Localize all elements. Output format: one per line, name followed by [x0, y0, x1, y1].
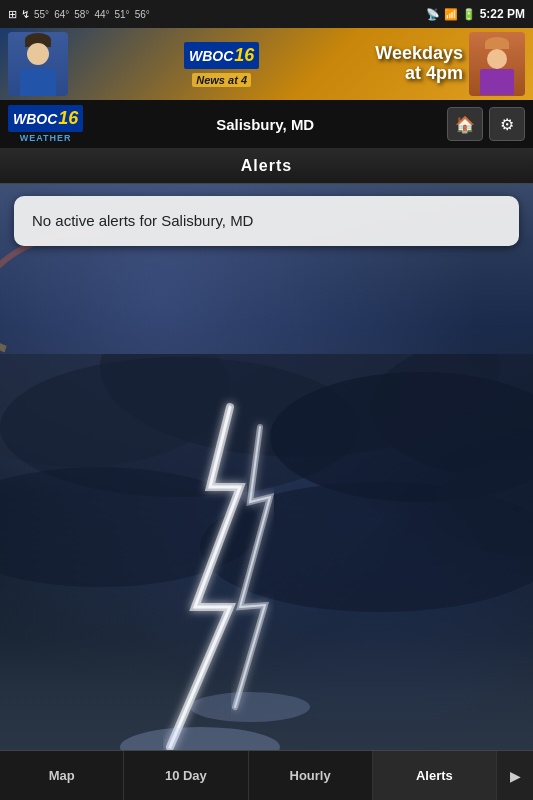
nav-label-10day: 10 Day — [165, 768, 207, 783]
status-bar: ⊞ ↯ 55° 64° 58° 44° 51° 56° 📡 📶 🔋 5:22 P… — [0, 0, 533, 28]
wboc-box-main: WBOC 16 — [8, 105, 83, 132]
wboc-box-ad: WBOC 16 — [184, 42, 259, 69]
bottom-nav: Map 10 Day Hourly Alerts ▶ — [0, 750, 533, 800]
status-right: 📡 📶 🔋 5:22 PM — [426, 7, 525, 21]
charge-icon: ↯ — [21, 8, 30, 21]
app-header: WBOC 16 WEATHER Salisbury, MD 🏠 ⚙ — [0, 100, 533, 148]
person-body-right — [480, 69, 514, 95]
svg-point-8 — [120, 727, 280, 750]
wboc-text-ad: WBOC — [189, 48, 233, 64]
ad-center: WBOC 16 News at 4 — [68, 42, 375, 87]
nav-label-alerts: Alerts — [416, 768, 453, 783]
wboc-logo-main: WBOC 16 WEATHER — [8, 105, 83, 143]
signal-bars-icon: 📶 — [444, 8, 458, 21]
alerts-title-bar: Alerts — [0, 148, 533, 184]
alerts-title: Alerts — [241, 157, 292, 175]
alert-box: No active alerts for Salisbury, MD — [14, 196, 519, 246]
header-location: Salisbury, MD — [91, 116, 439, 133]
nav-item-hourly[interactable]: Hourly — [249, 751, 373, 800]
nav-item-map[interactable]: Map — [0, 751, 124, 800]
lightning-svg — [0, 354, 533, 750]
ad-person-left — [8, 32, 68, 96]
temp-1: 55° — [34, 9, 49, 20]
status-left: ⊞ ↯ 55° 64° 58° 44° 51° 56° — [8, 8, 150, 21]
ad-person-right — [469, 32, 525, 96]
person-head-right — [487, 49, 507, 69]
status-temps: 55° 64° 58° 44° 51° 56° — [34, 9, 150, 20]
status-time: 5:22 PM — [480, 7, 525, 21]
nav-arrow-icon: ▶ — [510, 768, 521, 784]
ad-headline-text: Weekdaysat 4pm — [375, 44, 463, 84]
temp-2: 64° — [54, 9, 69, 20]
broadcast-icon: 📡 — [426, 8, 440, 21]
usb-icon: ⊞ — [8, 8, 17, 21]
header-buttons: 🏠 ⚙ — [447, 107, 525, 141]
wboc-num-ad: 16 — [234, 45, 254, 66]
nav-label-map: Map — [49, 768, 75, 783]
weather-label: WEATHER — [20, 133, 72, 143]
person-hair-right — [485, 37, 509, 49]
nav-item-10day[interactable]: 10 Day — [124, 751, 248, 800]
settings-button[interactable]: ⚙ — [489, 107, 525, 141]
temp-6: 56° — [135, 9, 150, 20]
svg-point-9 — [190, 692, 310, 722]
temp-4: 44° — [94, 9, 109, 20]
wboc-text-main: WBOC — [13, 111, 57, 127]
alert-text: No active alerts for Salisbury, MD — [32, 212, 253, 229]
ad-banner[interactable]: WBOC 16 News at 4 Weekdaysat 4pm — [0, 28, 533, 100]
temp-5: 51° — [115, 9, 130, 20]
nav-item-alerts[interactable]: Alerts — [373, 751, 497, 800]
battery-icon: 🔋 — [462, 8, 476, 21]
nav-label-hourly: Hourly — [290, 768, 331, 783]
temp-3: 58° — [74, 9, 89, 20]
wboc-num-main: 16 — [58, 108, 78, 129]
ad-headline: Weekdaysat 4pm — [375, 44, 469, 84]
main-content: No active alerts for Salisbury, MD — [0, 184, 533, 750]
ad-tagline: News at 4 — [192, 73, 251, 87]
home-button[interactable]: 🏠 — [447, 107, 483, 141]
nav-arrow-button[interactable]: ▶ — [497, 751, 533, 800]
person-body-left — [20, 69, 56, 97]
wboc-logo-ad: WBOC 16 — [184, 42, 259, 69]
person-head-left — [27, 43, 49, 65]
